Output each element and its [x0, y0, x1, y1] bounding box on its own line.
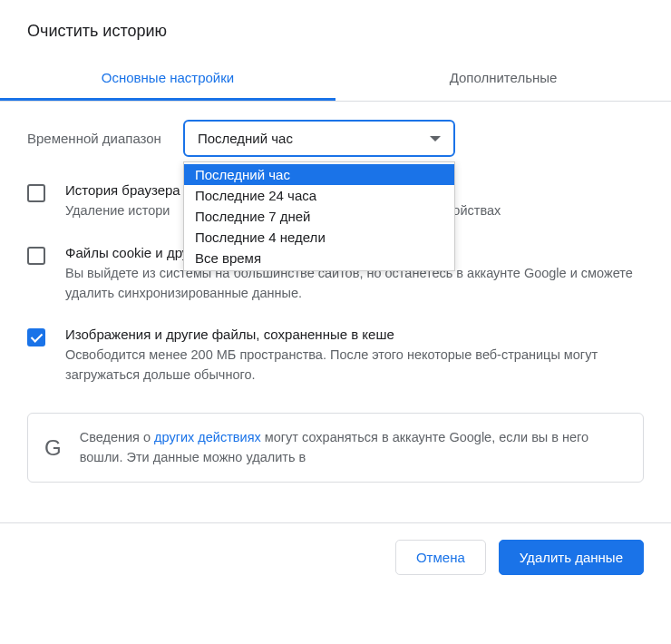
- time-range-dropdown: Последний час Последние 24 часа Последни…: [183, 161, 455, 271]
- confirm-button[interactable]: Удалить данные: [499, 540, 644, 575]
- info-text: Сведения о других действиях могут сохран…: [80, 428, 627, 468]
- clear-browsing-data-dialog: Очистить историю Основные настройки Допо…: [0, 0, 671, 591]
- option-desc: Освободится менее 200 МБ пространства. П…: [65, 346, 644, 385]
- google-logo-icon: G: [44, 432, 62, 464]
- time-range-label: Временной диапазон: [27, 131, 161, 146]
- google-info-box: G Сведения о других действиях могут сохр…: [27, 413, 644, 483]
- time-range-select[interactable]: Последний час: [183, 120, 455, 157]
- cancel-button[interactable]: Отмена: [395, 540, 486, 575]
- option-title: Изображения и другие файлы, сохраненные …: [65, 327, 644, 342]
- checkbox-cookies[interactable]: [27, 247, 45, 265]
- time-range-selected: Последний час: [198, 131, 293, 146]
- tab-advanced[interactable]: Дополнительные: [336, 57, 671, 101]
- dropdown-option-all-time[interactable]: Все время: [184, 248, 454, 268]
- option-cache: Изображения и другие файлы, сохраненные …: [27, 327, 644, 385]
- dropdown-option-7-days[interactable]: Последние 7 дней: [184, 206, 454, 227]
- tabs: Основные настройки Дополнительные: [0, 57, 671, 102]
- time-range-row: Временной диапазон Последний час Последн…: [27, 120, 644, 157]
- dialog-title: Очистить историю: [27, 22, 644, 41]
- dialog-footer: Отмена Удалить данные: [0, 522, 671, 591]
- checkbox-cache[interactable]: [27, 328, 45, 346]
- tab-basic[interactable]: Основные настройки: [0, 57, 336, 101]
- chevron-down-icon: [430, 136, 441, 141]
- other-activity-link[interactable]: других действиях: [154, 430, 261, 444]
- dropdown-option-4-weeks[interactable]: Последние 4 недели: [184, 227, 454, 248]
- dropdown-option-24-hours[interactable]: Последние 24 часа: [184, 185, 454, 206]
- dropdown-option-last-hour[interactable]: Последний час: [184, 164, 454, 185]
- checkbox-browsing-history[interactable]: [27, 184, 45, 202]
